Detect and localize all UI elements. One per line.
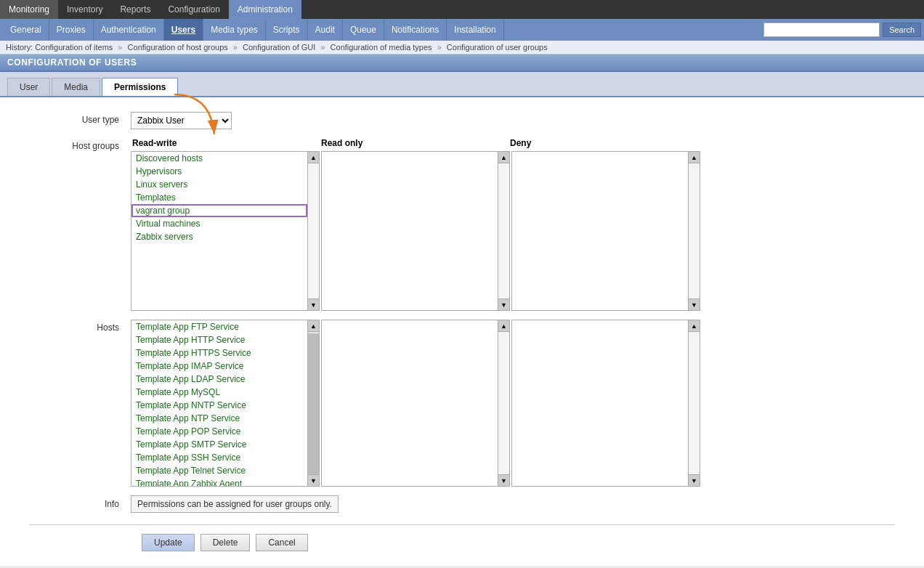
nav-notifications[interactable]: Notifications: [384, 19, 447, 41]
deny-scroll-up[interactable]: ▲: [689, 152, 700, 163]
host-groups-label: Host groups: [29, 138, 131, 151]
hosts-ro-scroll-track[interactable]: [498, 332, 509, 474]
hosts-rw-scroll-track[interactable]: [308, 333, 319, 474]
list-item[interactable]: Zabbix servers: [131, 230, 307, 243]
nav-monitoring[interactable]: Monitoring: [0, 0, 58, 19]
list-item[interactable]: Template App IMAP Service: [131, 360, 307, 373]
nav-inventory[interactable]: Inventory: [58, 0, 111, 19]
breadcrumb-items[interactable]: Configuration of items: [35, 43, 113, 52]
col-read-only-header: Read only: [321, 138, 362, 148]
hosts-label: Hosts: [29, 320, 131, 333]
list-item[interactable]: Template App Telnet Service: [131, 464, 307, 477]
list-item[interactable]: Virtual machines: [131, 217, 307, 230]
list-item[interactable]: Template App LDAP Service: [131, 373, 307, 386]
nav-audit[interactable]: Audit: [308, 19, 343, 41]
tab-media[interactable]: Media: [52, 78, 100, 96]
hosts-ro-vscroll: ▲ ▼: [498, 320, 509, 486]
tab-bar: User Media Permissions: [0, 72, 924, 97]
search-input[interactable]: [763, 23, 880, 37]
user-type-value: Zabbix UserZabbix AdminZabbix Super Admi…: [131, 112, 895, 129]
user-type-label: User type: [29, 112, 131, 125]
hosts-row: Hosts Template App FTP Service Template …: [29, 320, 895, 487]
hosts-deny-list[interactable]: ▲ ▼: [511, 320, 700, 487]
nav-scripts[interactable]: Scripts: [266, 19, 308, 41]
content-area: User type Zabbix UserZabbix AdminZabbix …: [0, 97, 924, 566]
ro-scroll-down[interactable]: ▼: [498, 299, 509, 310]
user-type-row: User type Zabbix UserZabbix AdminZabbix …: [29, 112, 895, 129]
hosts-deny-scroll-down[interactable]: ▼: [689, 474, 700, 486]
hosts-deny-scroll-up[interactable]: ▲: [689, 320, 700, 332]
nav-administration[interactable]: Administration: [229, 0, 301, 19]
rw-scroll-up[interactable]: ▲: [308, 152, 319, 163]
list-item[interactable]: Template App Zabbix Agent: [131, 477, 307, 486]
delete-button[interactable]: Delete: [200, 534, 251, 551]
tab-user[interactable]: User: [7, 78, 50, 96]
secondary-nav: General Proxies Authentication Users Med…: [0, 19, 924, 41]
list-item[interactable]: Template App POP Service: [131, 425, 307, 438]
hosts-deny-scroll-track[interactable]: [689, 332, 700, 474]
list-item[interactable]: Hypervisors: [131, 165, 307, 178]
list-item[interactable]: Linux servers: [131, 178, 307, 191]
deny-scroll-track[interactable]: [689, 163, 700, 299]
hosts-ro-inner: [322, 320, 498, 486]
rw-vscroll: ▲ ▼: [307, 152, 319, 310]
breadcrumb-host-groups[interactable]: Configuration of host groups: [128, 43, 228, 52]
nav-installation[interactable]: Installation: [447, 19, 503, 41]
hosts-deny-inner: [512, 320, 688, 486]
rw-scroll-down[interactable]: ▼: [308, 299, 319, 310]
list-item[interactable]: Templates: [131, 191, 307, 204]
nav-queue[interactable]: Queue: [343, 19, 384, 41]
hosts-ro-scroll-up[interactable]: ▲: [498, 320, 509, 332]
host-groups-deny-list[interactable]: ▲ ▼: [511, 151, 700, 311]
breadcrumb-prefix: History:: [6, 43, 33, 52]
top-nav: Monitoring Inventory Reports Configurati…: [0, 0, 924, 19]
nav-media-types[interactable]: Media types: [203, 19, 266, 41]
host-groups-ro-list[interactable]: ▲ ▼: [321, 151, 510, 311]
cancel-button[interactable]: Cancel: [256, 534, 307, 551]
list-item[interactable]: Template App SSH Service: [131, 451, 307, 464]
breadcrumb-gui[interactable]: Configuration of GUI: [243, 43, 315, 52]
hosts-rw-list[interactable]: Template App FTP Service Template App HT…: [131, 320, 320, 487]
list-item[interactable]: Template App HTTPS Service: [131, 346, 307, 360]
breadcrumb-media-types[interactable]: Configuration of media types: [331, 43, 432, 52]
hosts-ro-scroll-down[interactable]: ▼: [498, 474, 509, 486]
nav-proxies[interactable]: Proxies: [49, 19, 94, 41]
deny-vscroll: ▲ ▼: [688, 152, 700, 310]
host-groups-row: Host groups Read-write Read only: [29, 138, 895, 311]
breadcrumb: History: Configuration of items » Config…: [0, 41, 924, 54]
ro-scroll-up[interactable]: ▲: [498, 152, 509, 163]
list-item[interactable]: Discovered hosts: [131, 152, 307, 165]
list-item[interactable]: Template App SMTP Service: [131, 438, 307, 451]
host-groups-deny-inner: [512, 152, 688, 310]
page-header: Configuration of Users: [0, 54, 924, 72]
nav-users[interactable]: Users: [164, 19, 203, 41]
nav-authentication[interactable]: Authentication: [94, 19, 164, 41]
list-item[interactable]: Template App NTP Service: [131, 412, 307, 425]
hosts-rw-vscroll: ▲ ▼: [307, 320, 319, 486]
info-label: Info: [29, 499, 131, 509]
nav-configuration[interactable]: Configuration: [159, 0, 228, 19]
ro-scroll-track[interactable]: [498, 163, 509, 299]
list-item[interactable]: Template App NNTP Service: [131, 399, 307, 412]
host-groups-rw-list[interactable]: Discovered hosts Hypervisors Linux serve…: [131, 151, 320, 311]
host-groups-lists: Discovered hosts Hypervisors Linux serve…: [131, 151, 700, 311]
hosts-rw-scroll-down[interactable]: ▼: [308, 474, 319, 486]
host-groups-rw-inner: Discovered hosts Hypervisors Linux serve…: [131, 152, 307, 310]
list-item[interactable]: Template App HTTP Service: [131, 333, 307, 346]
info-row: Info Permissions can be assigned for use…: [29, 495, 895, 513]
hosts-rw-scroll-up[interactable]: ▲: [308, 320, 319, 332]
hosts-ro-list[interactable]: ▲ ▼: [321, 320, 510, 487]
hosts-deny-vscroll: ▲ ▼: [688, 320, 700, 486]
rw-scroll-track[interactable]: [308, 163, 319, 299]
nav-general[interactable]: General: [3, 19, 49, 41]
list-item[interactable]: Template App FTP Service: [131, 320, 307, 333]
hosts-rw-inner: Template App FTP Service Template App HT…: [131, 320, 307, 486]
search-area: Search: [763, 23, 921, 37]
deny-scroll-down[interactable]: ▼: [689, 299, 700, 310]
search-button[interactable]: Search: [883, 23, 921, 37]
breadcrumb-current: Configuration of user groups: [447, 43, 548, 52]
update-button[interactable]: Update: [142, 534, 195, 551]
list-item[interactable]: Template App MySQL: [131, 386, 307, 399]
list-item-vagrant[interactable]: vagrant group: [131, 204, 307, 217]
nav-reports[interactable]: Reports: [111, 0, 159, 19]
